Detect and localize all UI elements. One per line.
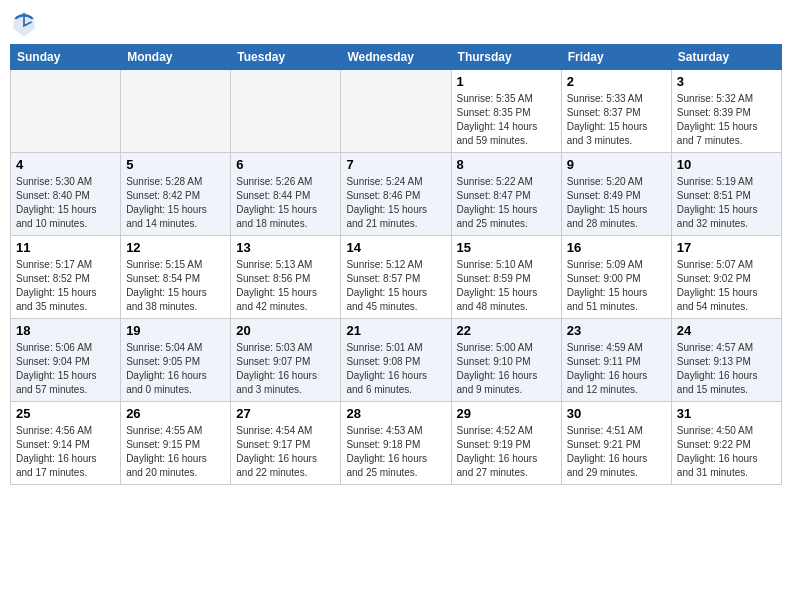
day-number: 20 (236, 323, 335, 338)
day-number: 17 (677, 240, 776, 255)
day-number: 30 (567, 406, 666, 421)
day-info: Sunrise: 5:24 AMSunset: 8:46 PMDaylight:… (346, 175, 445, 231)
day-info: Sunrise: 4:59 AMSunset: 9:11 PMDaylight:… (567, 341, 666, 397)
day-number: 31 (677, 406, 776, 421)
day-info: Sunrise: 5:00 AMSunset: 9:10 PMDaylight:… (457, 341, 556, 397)
day-info: Sunrise: 5:26 AMSunset: 8:44 PMDaylight:… (236, 175, 335, 231)
day-number: 16 (567, 240, 666, 255)
day-number: 26 (126, 406, 225, 421)
calendar-cell: 9Sunrise: 5:20 AMSunset: 8:49 PMDaylight… (561, 153, 671, 236)
day-info: Sunrise: 5:01 AMSunset: 9:08 PMDaylight:… (346, 341, 445, 397)
calendar-cell: 13Sunrise: 5:13 AMSunset: 8:56 PMDayligh… (231, 236, 341, 319)
day-info: Sunrise: 5:04 AMSunset: 9:05 PMDaylight:… (126, 341, 225, 397)
day-info: Sunrise: 5:32 AMSunset: 8:39 PMDaylight:… (677, 92, 776, 148)
col-header-monday: Monday (121, 45, 231, 70)
calendar-cell: 12Sunrise: 5:15 AMSunset: 8:54 PMDayligh… (121, 236, 231, 319)
day-info: Sunrise: 5:35 AMSunset: 8:35 PMDaylight:… (457, 92, 556, 148)
day-number: 24 (677, 323, 776, 338)
calendar-cell: 4Sunrise: 5:30 AMSunset: 8:40 PMDaylight… (11, 153, 121, 236)
calendar-cell: 27Sunrise: 4:54 AMSunset: 9:17 PMDayligh… (231, 402, 341, 485)
calendar-week-4: 18Sunrise: 5:06 AMSunset: 9:04 PMDayligh… (11, 319, 782, 402)
day-info: Sunrise: 5:15 AMSunset: 8:54 PMDaylight:… (126, 258, 225, 314)
day-info: Sunrise: 4:50 AMSunset: 9:22 PMDaylight:… (677, 424, 776, 480)
day-info: Sunrise: 5:06 AMSunset: 9:04 PMDaylight:… (16, 341, 115, 397)
day-number: 9 (567, 157, 666, 172)
logo (10, 10, 42, 38)
col-header-friday: Friday (561, 45, 671, 70)
calendar-cell: 1Sunrise: 5:35 AMSunset: 8:35 PMDaylight… (451, 70, 561, 153)
day-info: Sunrise: 5:28 AMSunset: 8:42 PMDaylight:… (126, 175, 225, 231)
day-number: 1 (457, 74, 556, 89)
day-info: Sunrise: 5:03 AMSunset: 9:07 PMDaylight:… (236, 341, 335, 397)
col-header-sunday: Sunday (11, 45, 121, 70)
day-info: Sunrise: 4:53 AMSunset: 9:18 PMDaylight:… (346, 424, 445, 480)
day-info: Sunrise: 4:54 AMSunset: 9:17 PMDaylight:… (236, 424, 335, 480)
calendar-cell (11, 70, 121, 153)
calendar-cell: 26Sunrise: 4:55 AMSunset: 9:15 PMDayligh… (121, 402, 231, 485)
calendar-cell: 17Sunrise: 5:07 AMSunset: 9:02 PMDayligh… (671, 236, 781, 319)
page-header (10, 10, 782, 38)
calendar-cell: 2Sunrise: 5:33 AMSunset: 8:37 PMDaylight… (561, 70, 671, 153)
col-header-wednesday: Wednesday (341, 45, 451, 70)
calendar-cell: 30Sunrise: 4:51 AMSunset: 9:21 PMDayligh… (561, 402, 671, 485)
day-number: 13 (236, 240, 335, 255)
day-info: Sunrise: 5:09 AMSunset: 9:00 PMDaylight:… (567, 258, 666, 314)
day-number: 15 (457, 240, 556, 255)
day-info: Sunrise: 5:13 AMSunset: 8:56 PMDaylight:… (236, 258, 335, 314)
calendar-cell: 8Sunrise: 5:22 AMSunset: 8:47 PMDaylight… (451, 153, 561, 236)
day-number: 14 (346, 240, 445, 255)
day-info: Sunrise: 5:33 AMSunset: 8:37 PMDaylight:… (567, 92, 666, 148)
day-info: Sunrise: 4:52 AMSunset: 9:19 PMDaylight:… (457, 424, 556, 480)
day-number: 27 (236, 406, 335, 421)
calendar-header-row: SundayMondayTuesdayWednesdayThursdayFrid… (11, 45, 782, 70)
day-info: Sunrise: 4:55 AMSunset: 9:15 PMDaylight:… (126, 424, 225, 480)
day-number: 5 (126, 157, 225, 172)
calendar-cell: 19Sunrise: 5:04 AMSunset: 9:05 PMDayligh… (121, 319, 231, 402)
day-info: Sunrise: 5:12 AMSunset: 8:57 PMDaylight:… (346, 258, 445, 314)
calendar-cell: 5Sunrise: 5:28 AMSunset: 8:42 PMDaylight… (121, 153, 231, 236)
day-info: Sunrise: 5:20 AMSunset: 8:49 PMDaylight:… (567, 175, 666, 231)
col-header-saturday: Saturday (671, 45, 781, 70)
day-number: 6 (236, 157, 335, 172)
calendar-cell: 20Sunrise: 5:03 AMSunset: 9:07 PMDayligh… (231, 319, 341, 402)
day-info: Sunrise: 5:30 AMSunset: 8:40 PMDaylight:… (16, 175, 115, 231)
calendar-cell: 10Sunrise: 5:19 AMSunset: 8:51 PMDayligh… (671, 153, 781, 236)
day-number: 19 (126, 323, 225, 338)
day-number: 23 (567, 323, 666, 338)
calendar-cell: 31Sunrise: 4:50 AMSunset: 9:22 PMDayligh… (671, 402, 781, 485)
day-number: 21 (346, 323, 445, 338)
calendar-week-3: 11Sunrise: 5:17 AMSunset: 8:52 PMDayligh… (11, 236, 782, 319)
calendar-cell: 24Sunrise: 4:57 AMSunset: 9:13 PMDayligh… (671, 319, 781, 402)
day-info: Sunrise: 5:19 AMSunset: 8:51 PMDaylight:… (677, 175, 776, 231)
calendar-cell: 25Sunrise: 4:56 AMSunset: 9:14 PMDayligh… (11, 402, 121, 485)
calendar-cell: 16Sunrise: 5:09 AMSunset: 9:00 PMDayligh… (561, 236, 671, 319)
day-number: 10 (677, 157, 776, 172)
calendar-cell: 3Sunrise: 5:32 AMSunset: 8:39 PMDaylight… (671, 70, 781, 153)
day-info: Sunrise: 4:56 AMSunset: 9:14 PMDaylight:… (16, 424, 115, 480)
calendar-cell: 23Sunrise: 4:59 AMSunset: 9:11 PMDayligh… (561, 319, 671, 402)
day-info: Sunrise: 5:07 AMSunset: 9:02 PMDaylight:… (677, 258, 776, 314)
day-number: 12 (126, 240, 225, 255)
col-header-tuesday: Tuesday (231, 45, 341, 70)
logo-icon (10, 10, 38, 38)
calendar-cell: 28Sunrise: 4:53 AMSunset: 9:18 PMDayligh… (341, 402, 451, 485)
calendar-cell: 21Sunrise: 5:01 AMSunset: 9:08 PMDayligh… (341, 319, 451, 402)
day-info: Sunrise: 5:10 AMSunset: 8:59 PMDaylight:… (457, 258, 556, 314)
calendar-cell (121, 70, 231, 153)
calendar-cell (341, 70, 451, 153)
day-number: 28 (346, 406, 445, 421)
day-number: 3 (677, 74, 776, 89)
day-number: 25 (16, 406, 115, 421)
calendar-week-1: 1Sunrise: 5:35 AMSunset: 8:35 PMDaylight… (11, 70, 782, 153)
day-number: 18 (16, 323, 115, 338)
calendar-week-5: 25Sunrise: 4:56 AMSunset: 9:14 PMDayligh… (11, 402, 782, 485)
day-info: Sunrise: 5:17 AMSunset: 8:52 PMDaylight:… (16, 258, 115, 314)
calendar-table: SundayMondayTuesdayWednesdayThursdayFrid… (10, 44, 782, 485)
col-header-thursday: Thursday (451, 45, 561, 70)
day-info: Sunrise: 4:51 AMSunset: 9:21 PMDaylight:… (567, 424, 666, 480)
day-number: 7 (346, 157, 445, 172)
calendar-cell: 15Sunrise: 5:10 AMSunset: 8:59 PMDayligh… (451, 236, 561, 319)
calendar-cell: 11Sunrise: 5:17 AMSunset: 8:52 PMDayligh… (11, 236, 121, 319)
calendar-cell: 18Sunrise: 5:06 AMSunset: 9:04 PMDayligh… (11, 319, 121, 402)
calendar-cell: 14Sunrise: 5:12 AMSunset: 8:57 PMDayligh… (341, 236, 451, 319)
